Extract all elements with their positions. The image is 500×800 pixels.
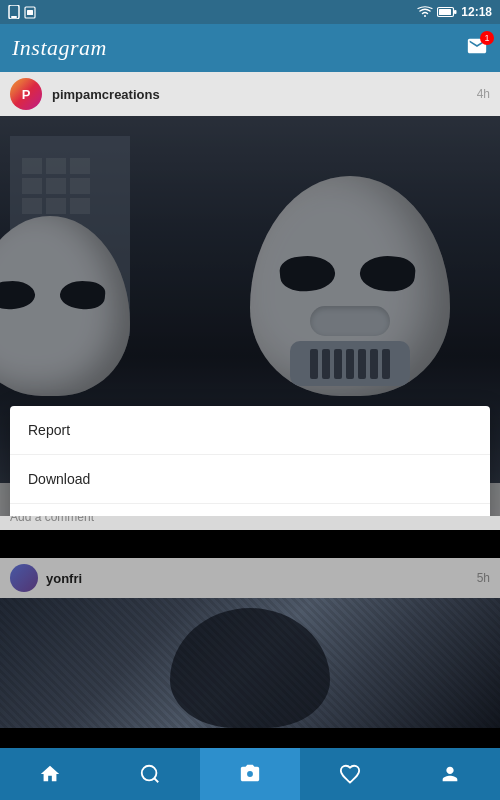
camera-icon (239, 763, 261, 785)
status-bar-left (8, 5, 36, 19)
second-user-avatar[interactable] (10, 564, 38, 592)
app-logo: Instagram (12, 35, 107, 61)
status-bar-right: 12:18 (417, 5, 492, 19)
svg-point-7 (142, 766, 157, 781)
second-post: yonfri 5h (0, 558, 500, 728)
status-time: 12:18 (461, 5, 492, 19)
nav-tab-search[interactable] (100, 748, 200, 800)
sim-icon (24, 5, 36, 19)
main-content-area: Report Download Share Url Copy Share URL… (0, 116, 500, 516)
post-time: 4h (477, 87, 490, 101)
notification-badge: 1 (480, 31, 494, 45)
svg-rect-3 (27, 10, 33, 15)
second-post-username[interactable]: yonfri (46, 571, 469, 586)
search-icon (139, 763, 161, 785)
nav-tab-camera[interactable] (200, 748, 300, 800)
context-menu: Report Download Share Url Copy Share URL… (10, 406, 490, 516)
nav-tab-activity[interactable] (300, 748, 400, 800)
wifi-icon (417, 6, 433, 18)
home-icon (39, 763, 61, 785)
notification-icon[interactable]: 1 (466, 35, 488, 62)
battery-icon (437, 6, 457, 18)
second-post-header: yonfri 5h (0, 558, 500, 598)
menu-item-report[interactable]: Report (10, 406, 490, 455)
nav-tab-profile[interactable] (400, 748, 500, 800)
svg-rect-5 (454, 10, 457, 14)
bottom-nav (0, 748, 500, 800)
heart-icon (339, 763, 361, 785)
nav-tab-home[interactable] (0, 748, 100, 800)
post-header: P pimpamcreations 4h (0, 72, 500, 116)
svg-rect-6 (439, 9, 451, 15)
second-post-image (0, 598, 500, 728)
user-avatar[interactable]: P (10, 78, 42, 110)
phone-icon (8, 5, 20, 19)
post-username[interactable]: pimpamcreations (52, 87, 467, 102)
face-texture (0, 598, 500, 728)
status-bar: 12:18 (0, 0, 500, 24)
second-post-time: 5h (477, 571, 490, 585)
top-nav: Instagram 1 (0, 24, 500, 72)
svg-rect-1 (11, 16, 17, 18)
profile-icon (439, 763, 461, 785)
menu-item-download[interactable]: Download (10, 455, 490, 504)
menu-item-share-url[interactable]: Share Url (10, 504, 490, 516)
